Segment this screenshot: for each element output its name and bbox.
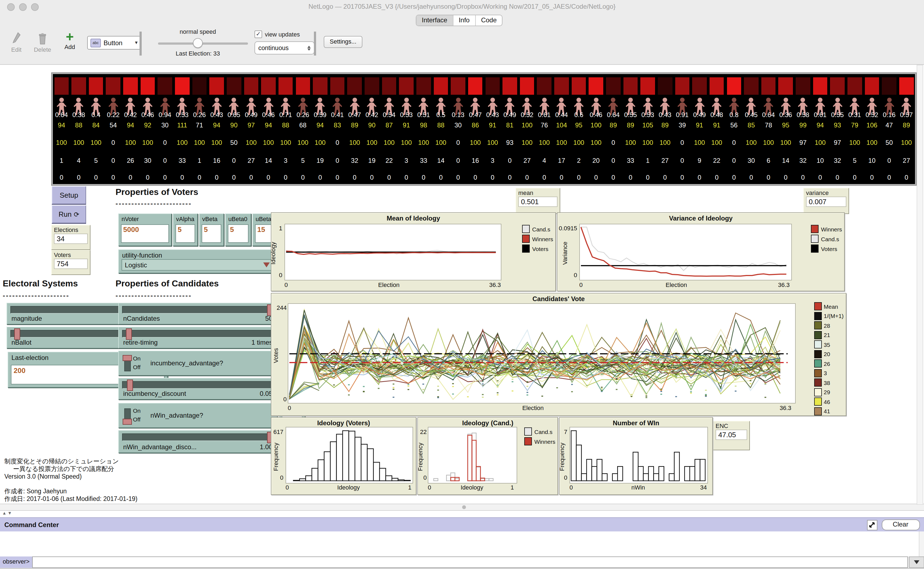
legend-swatch [814, 321, 822, 329]
legend-item: 21 [814, 331, 844, 339]
scrollbar-knob[interactable] [462, 505, 466, 509]
ncandidates-slider-track[interactable] [122, 306, 274, 313]
incumbency-discount-track[interactable] [122, 381, 274, 389]
view-candidate-column: 0.718810030 [277, 74, 294, 184]
observer-prompt: observer> [0, 557, 32, 568]
hist-cands-xlabel: Ideology [428, 484, 516, 491]
view-candidate-column: 0.53111100330 [174, 74, 191, 184]
tab-info[interactable]: Info [453, 15, 476, 26]
view-candidate-column: 0.65905000 [225, 74, 242, 184]
clear-button[interactable]: Clear [881, 519, 919, 530]
nwin-advantage-handle[interactable] [123, 419, 132, 425]
settings-button[interactable]: Settings... [324, 36, 362, 48]
nvoter-value[interactable]: 5000 [121, 224, 169, 243]
seat-square [658, 77, 672, 95]
vertical-scrollbar[interactable] [916, 65, 923, 505]
speed-slider-thumb[interactable] [193, 38, 203, 48]
nvoter-input[interactable]: nVoter 5000 [118, 213, 172, 246]
legend-label: 35 [824, 341, 830, 348]
view-candidate-column: 0.4694100140 [260, 74, 277, 184]
plus-icon: + [58, 29, 82, 44]
seat-square [382, 77, 396, 95]
nwin-advantage-switch[interactable]: OnOff nWin_advantage? [118, 403, 278, 428]
tab-interface[interactable]: Interface [416, 15, 453, 26]
setup-button[interactable]: Setup [52, 186, 86, 204]
incumbency-advantage-handle[interactable] [123, 355, 132, 361]
hist-voters-ylabel: Frequency [273, 443, 279, 471]
update-mode-dropdown[interactable]: continuous [255, 41, 314, 55]
utility-function-chooser[interactable]: utility-function Logistic [118, 250, 276, 273]
view-candidate-column: 0.388810040 [70, 74, 87, 184]
trash-icon [37, 32, 48, 46]
valpha-input[interactable]: vAlpha 5 [173, 213, 198, 246]
ncandidates-slider[interactable]: nCandidates50 [118, 303, 278, 324]
seat-square [865, 77, 879, 95]
view-candidate-column: 0.4389100270 [656, 74, 674, 184]
legend-label: Voters [532, 245, 549, 252]
add-widget-button[interactable]: + Add [58, 29, 82, 50]
votes-plot-ylabel: Votes [273, 348, 279, 363]
view-candidate-column: 0.499110090 [691, 74, 708, 184]
incumbency-discount-slider[interactable]: incumbency_discount0.05 [118, 378, 278, 400]
legend-item: 35 [814, 340, 844, 348]
output-scrollbar[interactable] [919, 531, 924, 557]
mean-plot-ylabel: Ideology [270, 242, 276, 264]
retire-timing-value: 1 times [252, 339, 273, 346]
valpha-value[interactable]: 5 [175, 224, 195, 243]
ubeta0-label: uBeta0 [226, 214, 251, 222]
variance-monitor-value: 0.007 [806, 196, 846, 207]
view-candidate-column: 0.266810050 [294, 74, 311, 184]
title-bar: NetLogo — 201705JAES_V3 {/Users/jaehyuns… [0, 0, 924, 14]
seat-square [640, 77, 655, 95]
delete-button[interactable]: Delete [30, 32, 55, 53]
view-updates-checkbox[interactable]: ✓ view updates [255, 30, 300, 38]
incumbency-discount-handle[interactable] [127, 379, 133, 391]
retire-timing-slider[interactable]: retire-timing1 times [118, 327, 278, 348]
tab-bar: Interface Info Code [0, 14, 924, 26]
ideology-voters-plot: Ideology (Voters) 617 0 Frequency 0 Ideo… [271, 417, 416, 495]
command-center-prompt-row: observer> [0, 557, 924, 568]
speed-slider[interactable] [158, 43, 248, 45]
incumbency-advantage-switch[interactable]: OnOff incumbency_advantage? [118, 351, 278, 376]
expand-icon[interactable] [867, 520, 877, 530]
view-candidate-column: 0.69510020 [570, 74, 587, 184]
tab-code[interactable]: Code [476, 15, 502, 26]
utility-function-value-box[interactable]: Logistic [122, 259, 273, 271]
nwin-advantage-discount-slider[interactable]: nWin_advantage_disco...1.00 [118, 430, 278, 453]
toolbar: Edit Delete + Add abc Button ▼ normal sp… [0, 26, 924, 65]
seat-square [761, 77, 776, 95]
seat-square [399, 77, 414, 95]
retire-timing-slider-track[interactable] [122, 330, 274, 338]
seat-square [451, 77, 465, 95]
setup-label: Setup [59, 191, 78, 199]
ubeta0-input[interactable]: uBeta0 5 [225, 213, 251, 246]
electoral-section-title: Electoral Systems [3, 279, 78, 289]
edit-button[interactable]: Edit [5, 32, 28, 53]
view-candidate-column: 0.2254000 [105, 74, 122, 184]
splitter-arrows[interactable]: ▲▼ [2, 511, 13, 516]
voters-monitor-label: Voters [54, 251, 88, 258]
history-dropdown[interactable] [909, 557, 924, 568]
incumbency-advantage-label: incumbency_advantage? [150, 351, 223, 375]
legend-item: Voters [811, 245, 842, 253]
number-of-win-plot: Number of WIn 7 0 Frequency 0 nWin 34 [559, 417, 713, 495]
command-input[interactable] [32, 557, 908, 568]
hist-nwin-xlabel: nWin [569, 484, 707, 491]
nballot-slider-handle[interactable] [14, 328, 20, 340]
widget-type-dropdown[interactable]: abc Button ▼ [87, 36, 142, 50]
run-button[interactable]: Run ⟳ [52, 205, 86, 223]
command-center-output[interactable] [0, 531, 924, 557]
horizontal-scrollbar[interactable] [0, 504, 924, 511]
legend-swatch [814, 407, 822, 415]
nwin-advantage-discount-label: nWin_advantage_disco... [123, 443, 197, 451]
vbeta-value[interactable]: 5 [202, 224, 221, 243]
nwin-advantage-discount-track[interactable] [122, 434, 274, 441]
legend-swatch [814, 340, 822, 348]
seat-square [882, 77, 897, 95]
vbeta-input[interactable]: vBeta 5 [199, 213, 224, 246]
delete-label: Delete [34, 46, 51, 53]
retire-timing-slider-handle[interactable] [126, 328, 132, 340]
retire-timing-label: retire-timing [123, 339, 158, 346]
tab-group: Interface Info Code [416, 15, 503, 26]
ubeta0-value[interactable]: 5 [228, 224, 249, 243]
